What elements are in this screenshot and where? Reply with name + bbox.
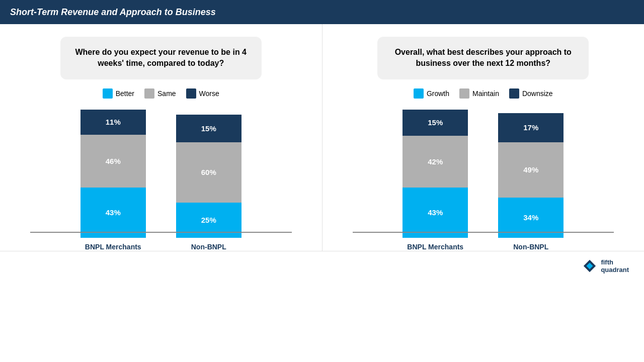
nonbnpl-worse-segment: 15% (176, 115, 242, 142)
right-nonbnpl-label: Non-BNPL (513, 243, 548, 251)
r-nonbnpl-maintain-segment: 49% (498, 142, 564, 198)
right-legend: Growth Maintain Downsize (414, 88, 553, 99)
right-charts-row: 43% 42% 15% BNPL Merchants 34% 49% (338, 110, 629, 251)
left-nonbnpl-label: Non-BNPL (191, 243, 226, 251)
left-question-box: Where do you expect your revenue to be i… (60, 37, 262, 79)
logo-line2: quadrant (601, 266, 629, 274)
left-legend: Better Same Worse (103, 88, 219, 99)
nonbnpl-same-segment: 60% (176, 142, 242, 203)
growth-label: Growth (427, 89, 449, 98)
maintain-color-swatch (459, 88, 469, 99)
legend-item-better: Better (103, 88, 134, 99)
same-label: Same (157, 89, 176, 98)
downsize-label: Downsize (522, 89, 553, 98)
logo-icon (583, 259, 597, 273)
right-question-text: Overall, what best describes your approa… (390, 47, 576, 69)
page-title: Short-Term Revenue and Approach to Busin… (10, 7, 216, 18)
left-bar-bnpl: 43% 46% 11% BNPL Merchants (80, 110, 146, 251)
legend-item-worse: Worse (186, 88, 219, 99)
right-bar-bnpl: 43% 42% 15% BNPL Merchants (403, 110, 468, 251)
main-content: Where do you expect your revenue to be i… (0, 24, 644, 251)
r-bnpl-growth-segment: 43% (403, 188, 468, 238)
right-stacked-bar-nonbnpl: 34% 49% 17% (498, 113, 564, 238)
bnpl-worse-segment: 11% (80, 110, 146, 135)
left-stacked-bar-bnpl: 43% 46% 11% (80, 110, 146, 238)
legend-item-maintain: Maintain (459, 88, 499, 99)
right-bnpl-label: BNPL Merchants (407, 243, 463, 251)
bnpl-better-segment: 43% (80, 188, 146, 238)
left-bar-nonbnpl: 25% 60% 15% Non-BNPL (176, 115, 242, 251)
better-label: Better (116, 89, 134, 98)
right-stacked-bar-bnpl: 43% 42% 15% (403, 110, 468, 238)
growth-color-swatch (414, 88, 424, 99)
r-bnpl-downsize-segment: 15% (403, 110, 468, 136)
bnpl-same-segment: 46% (80, 135, 146, 188)
worse-color-swatch (186, 88, 196, 99)
right-bar-nonbnpl: 34% 49% 17% Non-BNPL (498, 113, 564, 251)
worse-label: Worse (199, 89, 219, 98)
legend-item-same: Same (144, 88, 176, 99)
logo-text: fifth quadrant (601, 258, 629, 274)
page-footer: fifth quadrant (0, 251, 644, 281)
same-color-swatch (144, 88, 154, 99)
left-bnpl-label: BNPL Merchants (85, 243, 141, 251)
legend-item-downsize: Downsize (509, 88, 553, 99)
legend-item-growth: Growth (414, 88, 449, 99)
right-baseline (353, 232, 614, 233)
maintain-label: Maintain (472, 89, 499, 98)
better-color-swatch (103, 88, 113, 99)
r-nonbnpl-downsize-segment: 17% (498, 113, 564, 142)
left-charts-row: 43% 46% 11% BNPL Merchants 25% 60% (15, 110, 307, 251)
left-baseline (30, 232, 292, 233)
left-stacked-bar-nonbnpl: 25% 60% 15% (176, 115, 242, 238)
right-panel: Overall, what best describes your approa… (323, 24, 645, 251)
downsize-color-swatch (509, 88, 519, 99)
logo-line1: fifth (601, 258, 629, 266)
r-bnpl-maintain-segment: 42% (403, 136, 468, 188)
page-header: Short-Term Revenue and Approach to Busin… (0, 0, 644, 24)
logo: fifth quadrant (583, 258, 629, 274)
left-panel: Where do you expect your revenue to be i… (0, 24, 323, 251)
right-question-box: Overall, what best describes your approa… (377, 37, 589, 79)
left-question-text: Where do you expect your revenue to be i… (73, 47, 249, 69)
